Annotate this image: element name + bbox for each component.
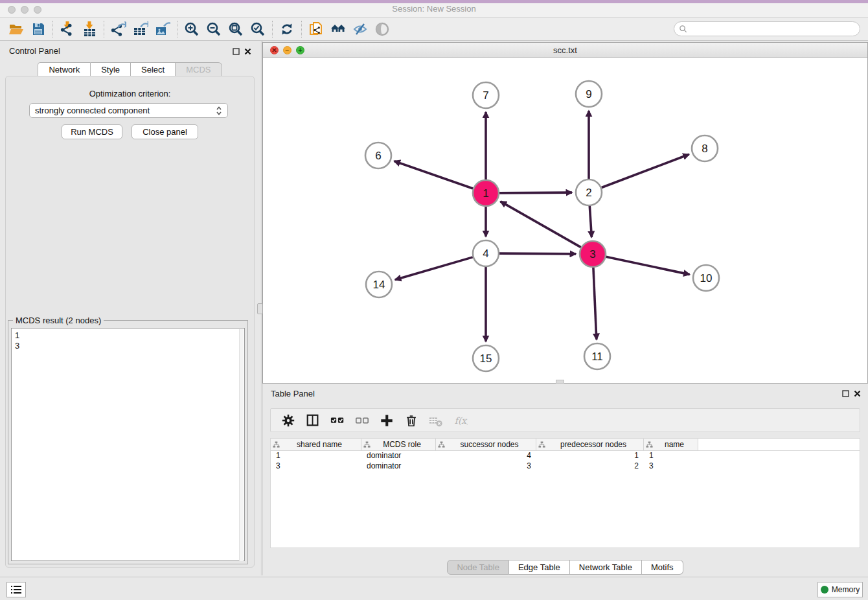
home-icon[interactable] (327, 19, 349, 39)
node-15[interactable]: 15 (473, 345, 499, 371)
edge-2-8[interactable] (602, 154, 689, 187)
node-table: shared nameMCDS rolesuccessor nodesprede… (270, 438, 860, 548)
edge-4-14[interactable] (395, 257, 473, 280)
status-bar: Memory (0, 577, 868, 600)
table-cell: 1 (536, 451, 644, 461)
node-9[interactable]: 9 (576, 81, 602, 107)
export-network-icon[interactable] (108, 19, 130, 39)
column-header-predecessor-nodes[interactable]: predecessor nodes (536, 439, 644, 450)
clone-network-icon[interactable] (305, 19, 327, 39)
eye-icon[interactable] (371, 19, 393, 39)
column-header-shared-name[interactable]: shared name (271, 439, 361, 450)
sort-icon (273, 441, 280, 448)
table-cell: 2 (536, 461, 644, 472)
import-network-icon[interactable] (56, 19, 78, 39)
toolbar-separator (52, 21, 53, 38)
node-label: 7 (483, 89, 488, 102)
table-rows: 1dominator4113dominator323 (271, 451, 860, 472)
table-panel-close-icon[interactable] (854, 390, 861, 397)
node-8[interactable]: 8 (692, 135, 718, 161)
horizontal-splitter-handle[interactable] (556, 380, 564, 384)
node-14[interactable]: 14 (366, 271, 392, 297)
tab-node-table[interactable]: Node Table (447, 560, 509, 575)
column-header-successor-nodes[interactable]: successor nodes (436, 439, 536, 450)
toolbar-separator (177, 21, 177, 38)
edge-1-2[interactable] (499, 192, 572, 193)
table-panel-tabs: Node TableEdge TableNetwork TableMotifs (262, 560, 868, 575)
select-stepper-icon (216, 106, 222, 115)
tab-mcds[interactable]: MCDS (176, 62, 222, 76)
node-3[interactable]: 3 (580, 241, 606, 267)
node-label: 15 (480, 352, 492, 365)
table-row[interactable]: 1dominator411 (271, 451, 860, 461)
result-scrollbar[interactable] (239, 329, 244, 561)
table-cell: 3 (271, 461, 361, 472)
run-mcds-button[interactable]: Run MCDS (62, 124, 122, 139)
tab-style[interactable]: Style (91, 62, 131, 76)
import-table-icon[interactable] (78, 19, 100, 39)
table-panel-float-button[interactable] (842, 390, 849, 397)
column-label: name (653, 440, 696, 449)
memory-button[interactable]: Memory (817, 582, 863, 597)
column-label: successor nodes (445, 440, 534, 449)
node-1[interactable]: 1 (473, 180, 499, 206)
tab-network[interactable]: Network (38, 62, 91, 76)
edge-3-1[interactable] (501, 202, 581, 248)
edge-1-6[interactable] (394, 161, 474, 189)
edge-3-11[interactable] (593, 268, 597, 340)
select-all-checkboxes-icon[interactable] (325, 410, 350, 431)
node-7[interactable]: 7 (473, 82, 499, 108)
memory-label: Memory (832, 585, 860, 594)
search-input[interactable] (687, 22, 860, 36)
criterion-select[interactable]: strongly connected component (29, 103, 228, 118)
zoom-selected-icon[interactable] (247, 19, 269, 39)
edge-2-3[interactable] (589, 206, 591, 237)
tab-network-table[interactable]: Network Table (570, 560, 642, 575)
columns-icon[interactable] (301, 410, 325, 431)
network-window-titlebar[interactable]: ✕ − + scc.txt (263, 43, 867, 58)
node-11[interactable]: 11 (584, 343, 610, 369)
open-file-icon[interactable] (5, 19, 27, 39)
search-icon (679, 25, 687, 33)
tab-motifs[interactable]: Motifs (642, 560, 683, 575)
node-10[interactable]: 10 (693, 265, 719, 291)
export-image-icon[interactable] (152, 19, 174, 39)
optimization-criterion-label: Optimization criterion: (0, 89, 260, 98)
zoom-fit-icon[interactable] (225, 19, 247, 39)
hide-annotations-icon[interactable] (349, 19, 371, 39)
zoom-out-icon[interactable] (203, 19, 225, 39)
panel-menu-button[interactable] (6, 582, 26, 597)
control-panel-float-button[interactable] (233, 48, 240, 55)
tab-edge-table[interactable]: Edge Table (509, 560, 570, 575)
node-4[interactable]: 4 (473, 240, 499, 266)
node-label: 2 (586, 187, 591, 199)
edge-4-3[interactable] (499, 253, 576, 254)
column-header-name[interactable]: name (644, 439, 698, 450)
close-panel-button[interactable]: Close panel (131, 124, 198, 139)
zoom-in-icon[interactable] (181, 19, 203, 39)
mcds-result-textarea[interactable]: 13 (11, 328, 245, 561)
export-table-icon[interactable] (130, 19, 152, 39)
deselect-all-checkboxes-icon[interactable] (350, 410, 374, 431)
search-box[interactable] (674, 21, 860, 36)
node-6[interactable]: 6 (365, 143, 391, 168)
delete-table-icon (424, 410, 448, 431)
window-titlebar: Session: New Session (0, 0, 868, 17)
add-column-icon[interactable] (374, 410, 399, 431)
edge-3-10[interactable] (606, 257, 690, 274)
delete-column-icon[interactable] (399, 410, 424, 431)
refresh-icon[interactable] (276, 19, 298, 39)
network-canvas[interactable]: 7968124314101511 (263, 58, 867, 383)
table-cell: 4 (436, 451, 536, 461)
control-panel-close-icon[interactable] (244, 48, 251, 55)
node-label: 3 (589, 248, 595, 260)
table-cell: 3 (644, 461, 698, 472)
tab-select[interactable]: Select (131, 62, 176, 76)
table-cell: 1 (271, 451, 361, 461)
gear-icon[interactable] (276, 410, 301, 431)
node-2[interactable]: 2 (576, 179, 602, 205)
save-session-icon[interactable] (27, 19, 49, 39)
table-row[interactable]: 3dominator323 (271, 461, 860, 472)
column-header-MCDS-role[interactable]: MCDS role (361, 439, 436, 450)
network-view-window: ✕ − + scc.txt 7968124314101511 (262, 42, 868, 384)
